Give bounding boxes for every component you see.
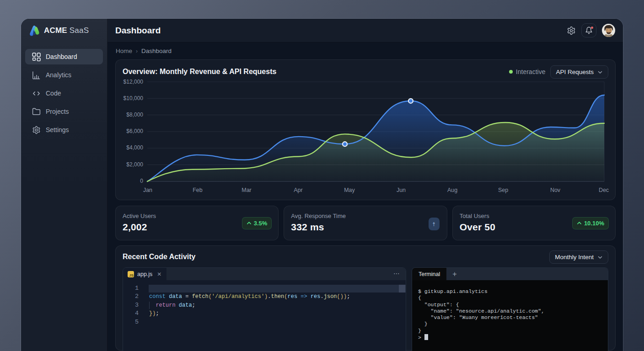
svg-text:$2,000: $2,000 xyxy=(126,161,143,168)
svg-text:Sep: Sep xyxy=(498,187,508,193)
svg-text:May: May xyxy=(344,187,355,193)
svg-text:Dec: Dec xyxy=(599,187,609,193)
svg-text:$4,000: $4,000 xyxy=(126,144,143,151)
svg-text:Aug: Aug xyxy=(447,187,457,193)
svg-text:Jun: Jun xyxy=(397,187,406,193)
svg-text:Jan: Jan xyxy=(143,187,152,193)
svg-text:$12,000: $12,000 xyxy=(123,79,144,85)
svg-text:$6,000: $6,000 xyxy=(126,128,143,134)
svg-text:$10,000: $10,000 xyxy=(123,95,144,101)
svg-text:Nov: Nov xyxy=(550,187,561,193)
svg-text:$8,000: $8,000 xyxy=(126,112,143,118)
svg-text:Apr: Apr xyxy=(294,187,302,193)
svg-text:Feb: Feb xyxy=(193,187,203,193)
svg-text:0: 0 xyxy=(140,178,143,184)
svg-text:Mar: Mar xyxy=(242,187,252,193)
